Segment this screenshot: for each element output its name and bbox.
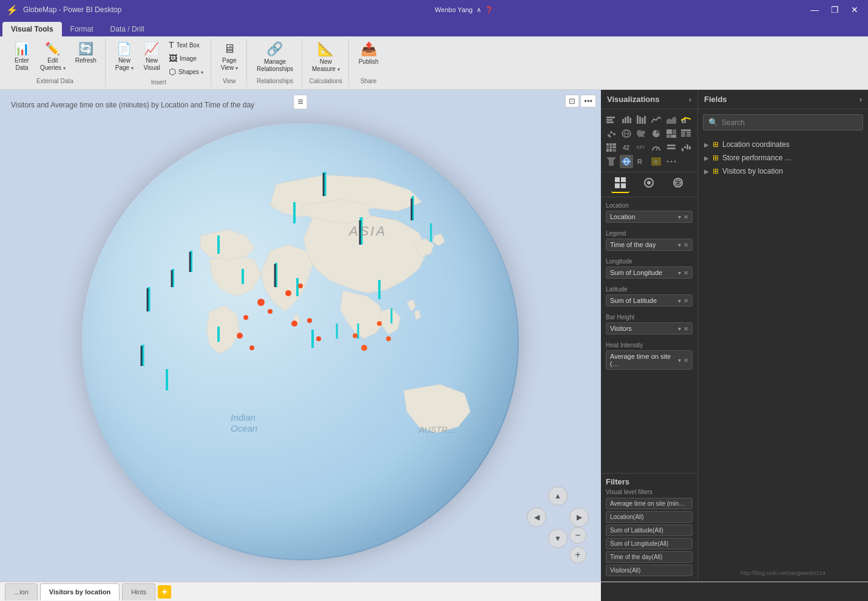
viz-tab-fields[interactable]: [611, 176, 629, 193]
viz-icon-globe-active[interactable]: [620, 155, 633, 168]
field-pill-longitude-dropdown[interactable]: ▾: [678, 270, 681, 276]
field-pill-legend-remove[interactable]: ✕: [683, 242, 688, 248]
chart-title: Visitors and Average time on site (minut…: [11, 101, 254, 109]
viz-icon-scatter[interactable]: [605, 127, 618, 140]
field-pill-latitude-dropdown[interactable]: ▾: [678, 297, 681, 304]
viz-icon-bar-chart[interactable]: [620, 113, 633, 126]
filter-location-all[interactable]: Location(All): [606, 511, 693, 523]
field-pill-legend[interactable]: Time of the day ▾ ✕: [606, 239, 693, 251]
viz-tab-analytics[interactable]: [669, 176, 687, 193]
viz-icon-matrix[interactable]: [605, 141, 618, 154]
field-pill-longitude-remove[interactable]: ✕: [683, 270, 688, 276]
page-tab-add-button[interactable]: +: [158, 585, 171, 599]
field-pill-bar-height-remove[interactable]: ✕: [683, 325, 688, 332]
filter-time-of-day[interactable]: Time of the day(All): [606, 551, 693, 563]
viz-icon-funnel[interactable]: [605, 155, 618, 168]
user-chevron[interactable]: ∧: [476, 6, 481, 14]
viz-icon-table[interactable]: [679, 127, 693, 140]
field-pill-legend-dropdown[interactable]: ▾: [678, 242, 681, 248]
svg-point-30: [298, 284, 303, 288]
viz-icon-waterfall[interactable]: [679, 141, 693, 154]
zoom-out-button[interactable]: −: [569, 527, 586, 544]
fields-pane-expand[interactable]: ›: [860, 95, 862, 104]
viz-icon-filled-map[interactable]: [634, 127, 648, 140]
globe[interactable]: ASIA Indian Ocean AUSTR...: [82, 123, 519, 560]
field-pill-bar-height[interactable]: Visitors ▾ ✕: [606, 322, 693, 334]
svg-text:42: 42: [623, 144, 630, 151]
fields-table-store-performance[interactable]: ▶ ⊞ Store performance …: [698, 151, 868, 165]
enter-data-button[interactable]: 📊 EnterData: [10, 39, 34, 74]
refresh-button[interactable]: 🔄 Refresh: [72, 39, 100, 67]
field-pill-bar-height-dropdown[interactable]: ▾: [678, 325, 681, 332]
publish-button[interactable]: 📤 Publish: [355, 39, 382, 68]
viz-icon-gauge[interactable]: [649, 141, 663, 154]
filter-avg-time[interactable]: Average time on site (min…: [606, 498, 693, 509]
viz-icon-map[interactable]: [620, 127, 633, 140]
globe-nav-left[interactable]: ◀: [527, 508, 546, 527]
filter-sum-longitude[interactable]: Sum of Longitude(All): [606, 538, 693, 549]
svg-rect-71: [681, 132, 685, 133]
new-visual-button[interactable]: 📈 NewVisual: [140, 39, 164, 74]
fields-search-input[interactable]: [722, 118, 858, 127]
new-measure-button[interactable]: 📐 NewMeasure ▾: [308, 39, 344, 75]
viz-icon-pie[interactable]: [649, 127, 663, 140]
viz-icon-card[interactable]: 42: [620, 141, 633, 154]
svg-rect-54: [644, 116, 646, 124]
viz-icon-combo-chart[interactable]: [679, 113, 693, 126]
minimize-button[interactable]: —: [807, 4, 822, 16]
svg-point-32: [268, 309, 273, 314]
page-tab-hints[interactable]: Hints: [122, 583, 155, 600]
shapes-button[interactable]: ⬡ Shapes ▾: [166, 66, 206, 78]
viz-icon-area-chart[interactable]: [665, 113, 678, 126]
viz-pane-header: Visualizations ›: [601, 90, 697, 109]
text-box-button[interactable]: T Text Box: [166, 39, 206, 51]
globe-nav-up[interactable]: ▲: [548, 486, 568, 506]
globe-nav-right[interactable]: ▶: [569, 508, 589, 527]
tab-format[interactable]: Format: [62, 22, 102, 36]
viz-icon-treemap[interactable]: [665, 127, 678, 140]
canvas-more-button[interactable]: •••: [580, 95, 596, 107]
viz-icon-custom-1[interactable]: ⊞: [649, 155, 663, 168]
field-pill-legend-text: Time of the day: [610, 241, 656, 248]
image-button[interactable]: 🖼 Image: [166, 52, 206, 64]
insert-small-buttons: T Text Box 🖼 Image ⬡ Shapes ▾: [166, 39, 206, 78]
viz-pane-expand[interactable]: ›: [689, 95, 691, 104]
fields-table-visitors-by-location[interactable]: ▶ ⊞ Visitors by location: [698, 165, 868, 178]
viz-icon-kpi[interactable]: KPI: [634, 141, 648, 154]
fields-table-location-coordinates[interactable]: ▶ ⊞ Location coordinates: [698, 138, 868, 151]
field-pill-location-dropdown[interactable]: ▾: [678, 214, 681, 220]
field-pill-latitude[interactable]: Sum of Latitude ▾ ✕: [606, 294, 693, 307]
close-button[interactable]: ✕: [847, 4, 862, 16]
edit-queries-button[interactable]: ✏️ EditQueries ▾: [36, 39, 69, 74]
viz-tab-format[interactable]: [640, 176, 658, 193]
viz-icon-stacked-bar[interactable]: [605, 113, 618, 126]
page-tab-tion[interactable]: ...ion: [5, 583, 38, 600]
manage-relationships-button[interactable]: 🔗 ManageRelationships: [253, 39, 297, 75]
viz-icon-stacked-col[interactable]: [634, 113, 648, 126]
field-pill-latitude-remove[interactable]: ✕: [683, 297, 688, 304]
zoom-in-button[interactable]: +: [569, 546, 586, 563]
page-tab-visitors-by-location[interactable]: Visitors by location: [40, 583, 120, 600]
canvas-expand-button[interactable]: ⊡: [565, 95, 579, 107]
new-page-button[interactable]: 📄 NewPage ▾: [112, 39, 137, 74]
viz-icon-line-chart[interactable]: [649, 113, 663, 126]
viz-icon-r-script[interactable]: R: [634, 155, 648, 168]
canvas-menu-button[interactable]: ≡: [293, 95, 307, 109]
field-pill-heat-intensity-dropdown[interactable]: ▾: [678, 357, 681, 364]
field-pill-location-remove[interactable]: ✕: [683, 214, 688, 220]
field-pill-longitude[interactable]: Sum of Longitude ▾ ✕: [606, 267, 693, 279]
field-pill-location[interactable]: Location ▾ ✕: [606, 211, 693, 223]
field-pill-heat-intensity-remove[interactable]: ✕: [683, 357, 688, 364]
fields-list: ▶ ⊞ Location coordinates ▶ ⊞ Store perfo…: [698, 135, 868, 563]
filter-sum-latitude[interactable]: Sum of Latitude(All): [606, 525, 693, 536]
tab-visual-tools[interactable]: Visual Tools: [2, 22, 62, 36]
viz-icon-more[interactable]: [665, 155, 678, 168]
help-icon[interactable]: ❓: [485, 6, 493, 14]
restore-button[interactable]: ❐: [827, 4, 843, 16]
globe-nav-down[interactable]: ▼: [548, 529, 568, 548]
page-view-button[interactable]: 🖥 PageView ▾: [217, 39, 242, 74]
filter-visitors-all[interactable]: Visitors(All): [606, 565, 693, 576]
tab-data-drill[interactable]: Data / Drill: [102, 22, 153, 36]
field-pill-heat-intensity[interactable]: Average time on site (… ▾ ✕: [606, 350, 693, 370]
viz-icon-slicer[interactable]: [665, 141, 678, 154]
